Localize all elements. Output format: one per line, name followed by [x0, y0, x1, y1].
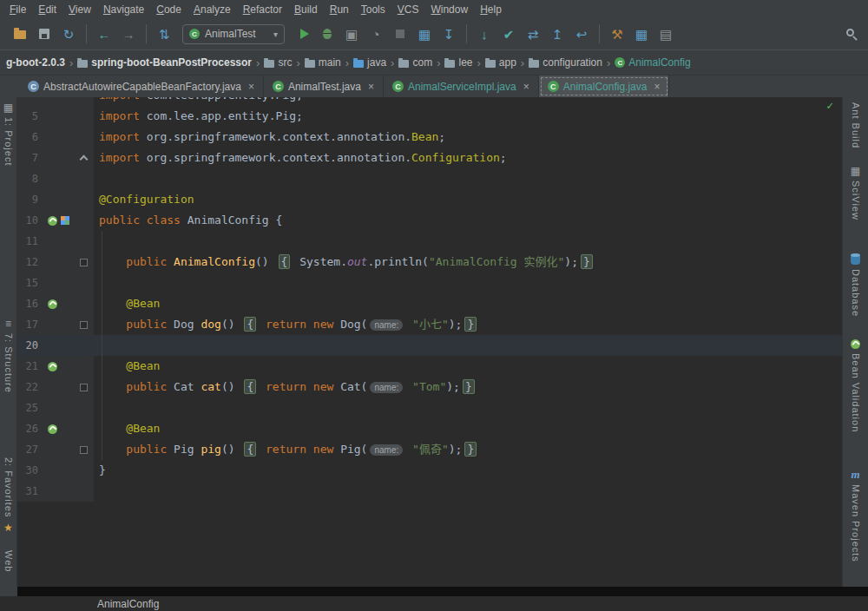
breadcrumb-spring-boot-beanpostprocessor[interactable]: spring-boot-BeanPostProcessor	[75, 55, 254, 70]
code-line-22[interactable]: 22 public Cat cat() { return new Cat(nam…	[17, 377, 842, 397]
code-line-16[interactable]: 16 @Bean	[17, 293, 842, 314]
line-number[interactable]: 9	[17, 189, 38, 210]
code-line-17[interactable]: 17 public Dog dog() { return new Dog(nam…	[17, 314, 842, 335]
code-text[interactable]: import org.springframework.context.annot…	[94, 148, 842, 168]
gutter[interactable]: 17	[17, 314, 94, 335]
forward-icon[interactable]: →	[117, 23, 140, 45]
code-text[interactable]: import org.springframework.context.annot…	[94, 127, 842, 148]
tool-window-button-web[interactable]: Web	[3, 550, 14, 572]
menu-build[interactable]: Build	[288, 2, 324, 17]
tool-window-button-1-project[interactable]: ▦1: Project	[3, 102, 14, 166]
breadcrumb-app[interactable]: app	[483, 55, 519, 70]
line-number[interactable]: 7	[17, 148, 38, 168]
code-line-27[interactable]: 27 public Pig pig() { return new Pig(nam…	[17, 439, 842, 460]
gutter[interactable]: 20	[17, 335, 94, 356]
menu-run[interactable]: Run	[324, 2, 355, 17]
vcs-commit-icon[interactable]: ✔	[497, 23, 520, 45]
breadcrumb-configuration[interactable]: configuration	[526, 55, 605, 70]
tool-window-button-7-structure[interactable]: ≡7: Structure	[3, 319, 14, 393]
folded-region[interactable]: {	[279, 254, 291, 269]
code-line-7[interactable]: 7import org.springframework.context.anno…	[17, 148, 842, 168]
gutter[interactable]: 25	[17, 397, 94, 418]
code-line-25[interactable]: 25	[17, 397, 842, 418]
inspection-ok-icon[interactable]: ✓	[826, 100, 833, 111]
line-number[interactable]: 5	[17, 106, 38, 127]
open-project-icon[interactable]	[9, 23, 31, 45]
tab-close-icon[interactable]: ×	[523, 81, 529, 93]
code-line-5[interactable]: 5import com.lee.app.entity.Pig;	[17, 106, 842, 127]
spring-config-icon[interactable]	[61, 216, 69, 225]
menu-file[interactable]: File	[3, 2, 32, 17]
tools-icon[interactable]: ⚒	[606, 23, 628, 45]
synchronize-icon[interactable]: ↻	[57, 23, 80, 45]
line-number[interactable]: 25	[17, 397, 38, 418]
gutter[interactable]	[17, 97, 94, 106]
fold-collapsed-icon[interactable]	[80, 384, 88, 391]
code-text[interactable]	[94, 231, 842, 252]
code-line-11[interactable]: 11	[17, 231, 842, 252]
code-line-9[interactable]: 9@Configuration	[17, 189, 842, 210]
annotate-icon[interactable]: ⇅	[153, 23, 175, 45]
line-number[interactable]: 31	[17, 481, 38, 502]
spring-bean-icon[interactable]	[48, 424, 57, 434]
gutter[interactable]: 27	[17, 439, 94, 460]
line-number[interactable]: 27	[17, 439, 38, 460]
code-text[interactable]: public Pig pig() { return new Pig(name: …	[94, 439, 842, 460]
tool-window-button-maven-projects[interactable]: mMaven Projects	[851, 469, 861, 562]
code-text[interactable]: public class AnimalConfig {	[94, 210, 842, 231]
gutter[interactable]: 21	[17, 356, 94, 377]
code-line-12[interactable]: 12 public AnimalConfig() { System.out.pr…	[17, 252, 842, 273]
gutter[interactable]: 7	[17, 148, 94, 168]
line-number[interactable]: 20	[17, 335, 38, 356]
menu-window[interactable]: Window	[424, 2, 474, 17]
code-text[interactable]: @Bean	[94, 418, 842, 439]
project-structure-icon[interactable]: ▦	[630, 23, 653, 45]
gutter[interactable]: 10	[17, 210, 94, 231]
run-configuration-select[interactable]: CAnimalTest▾	[182, 24, 285, 44]
fold-collapsed-icon[interactable]	[80, 446, 88, 454]
vcs-push-icon[interactable]: ↥	[546, 23, 569, 45]
code-line-8[interactable]: 8	[17, 168, 842, 189]
code-line-21[interactable]: 21 @Bean	[17, 356, 842, 377]
code-text[interactable]	[94, 335, 842, 356]
restore-layout-icon[interactable]: ▦	[413, 23, 436, 45]
code-text[interactable]: @Configuration	[94, 189, 842, 210]
code-line-20[interactable]: 20	[17, 335, 842, 356]
menu-code[interactable]: Code	[150, 2, 187, 17]
code-text[interactable]	[94, 168, 842, 189]
code-text[interactable]: }	[94, 460, 842, 481]
fold-collapsed-icon[interactable]	[80, 321, 88, 329]
code-line-15[interactable]: 15	[17, 273, 842, 293]
line-number[interactable]: 26	[17, 418, 38, 439]
folded-region[interactable]: }	[464, 317, 477, 332]
code-line-6[interactable]: 6import org.springframework.context.anno…	[17, 127, 842, 148]
line-number[interactable]: 6	[17, 127, 38, 148]
tab-close-icon[interactable]: ×	[368, 81, 374, 93]
folded-region[interactable]: {	[244, 379, 256, 394]
line-number[interactable]: 16	[17, 293, 38, 314]
line-number[interactable]: 22	[17, 377, 38, 397]
folded-region[interactable]: {	[244, 442, 256, 457]
code-line-30[interactable]: 30}	[17, 460, 842, 481]
module-settings-icon[interactable]: ▤	[654, 23, 677, 45]
fold-expand-icon[interactable]	[79, 155, 88, 164]
breadcrumb-animalconfig[interactable]: CAnimalConfig	[612, 55, 693, 70]
tab-animalconfig-java[interactable]: CAnimalConfig.java×	[539, 76, 670, 97]
folded-region[interactable]: {	[244, 317, 256, 332]
menu-refactor[interactable]: Refactor	[237, 2, 288, 17]
spring-bean-icon[interactable]	[48, 216, 57, 226]
gutter[interactable]: 16	[17, 293, 94, 314]
sync-settings-icon[interactable]: ↧	[437, 23, 460, 45]
folded-region[interactable]: }	[464, 442, 477, 457]
code-text[interactable]: public Dog dog() { return new Dog(name: …	[94, 314, 842, 335]
gutter[interactable]: 6	[17, 127, 94, 148]
menu-analyze[interactable]: Analyze	[187, 2, 237, 17]
save-all-icon[interactable]	[33, 23, 56, 45]
menu-tools[interactable]: Tools	[355, 2, 391, 17]
tab-animaltest-java[interactable]: CAnimalTest.java×	[264, 76, 384, 97]
debug-icon[interactable]	[316, 23, 339, 45]
breadcrumb-java[interactable]: java	[351, 55, 389, 70]
gutter[interactable]: 9	[17, 189, 94, 210]
folded-region[interactable]: }	[581, 254, 593, 269]
gutter[interactable]: 26	[17, 418, 94, 439]
